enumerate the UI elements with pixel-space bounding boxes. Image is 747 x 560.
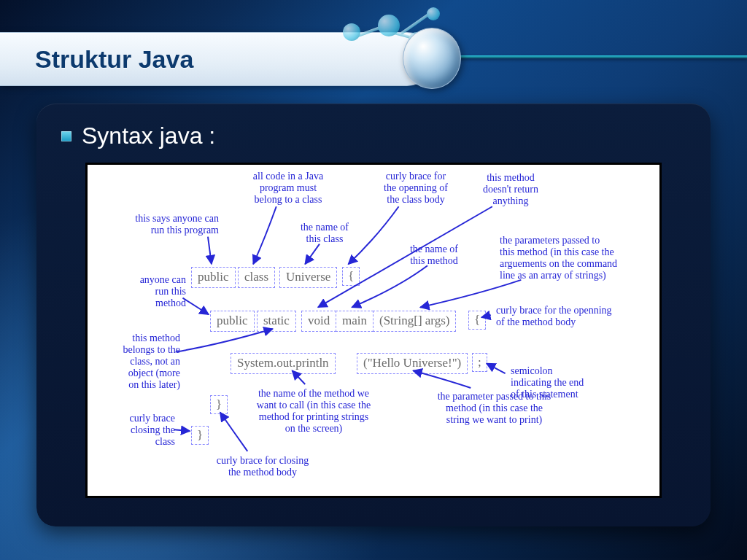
ann-open-method-body: curly brace for the openning of the meth… — [496, 305, 653, 328]
java-syntax-diagram: public class Universe { public static vo… — [88, 165, 659, 496]
ann-open-class-body: curly brace for the openning of the clas… — [365, 171, 467, 206]
ann-close-method-brace: curly brace for closing the method body — [190, 455, 336, 478]
token-semicolon: ; — [472, 353, 487, 372]
token-println: System.out.println — [231, 353, 336, 374]
ann-println-explain: the name of the method we want to call (… — [233, 388, 394, 435]
ann-anyone-run-program: this says anyone can run this program — [109, 213, 219, 236]
token-static: static — [257, 311, 296, 332]
bullet-icon — [61, 131, 71, 141]
token-params: (String[] args) — [373, 311, 456, 332]
bullet-text: Syntax java : — [82, 122, 215, 149]
slide-title: Struktur Java — [35, 45, 193, 74]
ann-name-of-class: the name of this class — [285, 222, 365, 245]
token-open-method-brace: { — [468, 311, 486, 330]
token-public-1: public — [191, 267, 236, 288]
ann-close-class-brace: curly brace closing the class — [102, 413, 175, 448]
token-open-class-brace: { — [342, 267, 360, 286]
bullet-row: Syntax java : — [61, 122, 686, 149]
ann-belongs-to-class: this method belongs to the class, not an… — [96, 332, 180, 391]
token-main: main — [336, 311, 374, 332]
title-rule — [434, 55, 747, 58]
token-hello: ("Hello Universe!") — [357, 353, 468, 374]
token-public-2: public — [210, 311, 255, 332]
ann-params-passed: the parameters passed to this method (in… — [500, 235, 657, 281]
title-tab: Struktur Java — [0, 32, 434, 86]
token-class: class — [238, 267, 275, 288]
content-card: Syntax java : public class Universe { pu… — [36, 104, 711, 526]
ann-hello-param: the parameter passed to this method (in … — [416, 391, 573, 426]
token-void: void — [301, 311, 336, 332]
diagram-frame: public class Universe { public static vo… — [85, 163, 662, 498]
ann-name-of-method: the name of this method — [394, 244, 474, 267]
ann-void-no-return: this method doesn't return anything — [471, 172, 551, 207]
token-close-class-brace: } — [191, 426, 209, 445]
title-banner: Struktur Java — [0, 20, 747, 90]
token-universe: Universe — [279, 267, 337, 288]
token-close-method-brace: } — [210, 395, 228, 414]
ann-anyone-run-method: anyone can run this method — [117, 274, 186, 309]
ann-all-code-in-class: all code in a Java program must belong t… — [233, 171, 343, 206]
title-knob — [403, 28, 461, 89]
